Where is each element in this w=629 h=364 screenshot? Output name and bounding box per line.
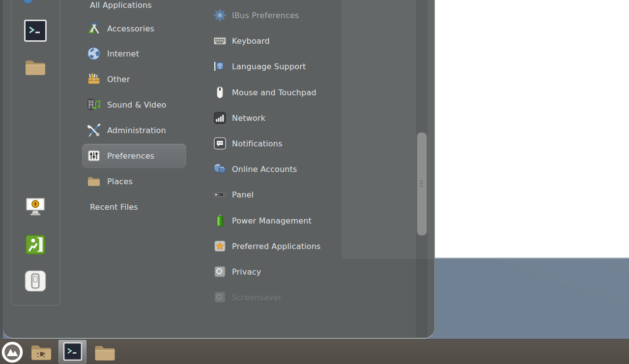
menu-item-label: Power Management bbox=[232, 216, 312, 225]
taskbar-folder-window[interactable] bbox=[30, 342, 53, 362]
sound-video-icon bbox=[87, 98, 101, 112]
background-window bbox=[435, 0, 629, 258]
scrollbar-grip-icon bbox=[420, 181, 423, 187]
category-label: Places bbox=[107, 177, 133, 186]
ibus-icon bbox=[213, 9, 227, 22]
menu-item-label: Language Support bbox=[232, 62, 306, 71]
folder-icon bbox=[24, 57, 47, 77]
terminal-icon bbox=[24, 19, 47, 43]
category-places[interactable]: Places bbox=[82, 169, 186, 194]
sidebar-button-app-partial-top-1[interactable] bbox=[23, 0, 33, 4]
category-accessories[interactable]: Accessories bbox=[82, 17, 186, 41]
administration-icon bbox=[87, 123, 101, 137]
menu-item-label: Online Accounts bbox=[232, 165, 297, 174]
menu-item-label: Screensaver bbox=[232, 293, 282, 302]
menu-item-screensaver[interactable]: Screensaver bbox=[209, 285, 343, 309]
menu-item-label: Keyboard bbox=[232, 36, 270, 46]
sidebar-button-files[interactable] bbox=[24, 57, 47, 77]
category-preferences[interactable]: Preferences bbox=[82, 144, 186, 168]
sidebar-button-app-partial-top-2[interactable] bbox=[36, 0, 48, 5]
taskbar-menu-button[interactable] bbox=[1, 341, 23, 363]
taskbar-terminal-window[interactable] bbox=[58, 339, 87, 364]
menu-item-label: Privacy bbox=[232, 267, 261, 277]
menu-item-notifications[interactable]: Notifications bbox=[209, 132, 343, 155]
notifications-icon bbox=[213, 137, 227, 150]
network-icon bbox=[213, 112, 227, 125]
places-icon bbox=[87, 174, 101, 188]
category-label: Preferences bbox=[107, 151, 154, 161]
menu-item-ibus-preferences[interactable]: IBus Preferences bbox=[209, 3, 343, 27]
menu-item-privacy[interactable]: Privacy bbox=[209, 260, 343, 283]
menu-item-online-accounts[interactable]: Online Accounts bbox=[209, 157, 343, 181]
taskbar bbox=[0, 339, 629, 364]
lockscreen-icon bbox=[24, 196, 47, 218]
online-accounts-icon bbox=[213, 163, 227, 176]
menu-item-language-support[interactable]: Language Support bbox=[209, 55, 343, 78]
category-internet[interactable]: Internet bbox=[82, 42, 186, 66]
menu-item-panel[interactable]: Panel bbox=[209, 183, 343, 206]
sidebar-button-lock-screen[interactable] bbox=[24, 196, 47, 218]
menu-item-label: Network bbox=[232, 113, 265, 123]
accessories-icon bbox=[87, 22, 101, 35]
menu-item-power-management[interactable]: Power Management bbox=[209, 209, 343, 232]
sidebar-button-shutdown[interactable] bbox=[24, 270, 47, 292]
category-label: Accessories bbox=[107, 24, 154, 33]
mint-logo-icon bbox=[1, 341, 23, 363]
sidebar-button-terminal[interactable] bbox=[24, 19, 47, 43]
category-administration[interactable]: Administration bbox=[82, 118, 186, 142]
sphere-partial-icon bbox=[23, 0, 33, 4]
language-icon bbox=[213, 60, 227, 73]
menu-item-label: IBus Preferences bbox=[232, 11, 299, 20]
applications-menu: All ApplicationsAccessoriesInternetOther… bbox=[3, 0, 435, 339]
menu-item-label: Mouse and Touchpad bbox=[232, 88, 316, 97]
menu-item-label: Panel bbox=[232, 190, 254, 199]
keyboard-icon bbox=[213, 34, 227, 48]
screen: All ApplicationsAccessoriesInternetOther… bbox=[0, 0, 629, 364]
category-other[interactable]: Other bbox=[82, 67, 186, 91]
category-label: Internet bbox=[107, 49, 139, 58]
menu-sidebar bbox=[11, 0, 60, 306]
category-all-applications[interactable]: All Applications bbox=[82, 0, 186, 17]
power-icon bbox=[213, 214, 227, 227]
privacy-icon bbox=[213, 265, 227, 279]
category-label: Sound & Video bbox=[107, 100, 166, 110]
category-label: Other bbox=[107, 75, 130, 84]
menu-item-keyboard[interactable]: Keyboard bbox=[209, 29, 343, 53]
menu-item-network[interactable]: Network bbox=[209, 106, 343, 130]
menu-item-mouse-touchpad[interactable]: Mouse and Touchpad bbox=[209, 81, 343, 104]
logout-icon bbox=[25, 234, 46, 255]
folder-icon bbox=[93, 343, 116, 363]
mouse-icon bbox=[213, 86, 227, 99]
sidebar-button-logout[interactable] bbox=[25, 234, 46, 255]
category-label: Recent Files bbox=[90, 202, 138, 212]
preferences-icon bbox=[87, 149, 101, 163]
menu-item-label: Preferred Applications bbox=[232, 242, 321, 251]
shutdown-icon bbox=[24, 270, 47, 292]
terminal-icon bbox=[63, 342, 83, 362]
category-sound-video[interactable]: Sound & Video bbox=[82, 93, 186, 117]
category-label: All Applications bbox=[90, 0, 152, 10]
taskbar-folder-window-2[interactable] bbox=[93, 343, 116, 363]
menu-item-label: Notifications bbox=[232, 139, 283, 148]
other-icon bbox=[87, 72, 101, 86]
menu-item-preferred-applications[interactable]: Preferred Applications bbox=[209, 234, 343, 258]
screensaver-icon bbox=[213, 291, 227, 304]
internet-icon bbox=[87, 47, 101, 60]
category-recent-files[interactable]: Recent Files bbox=[82, 195, 186, 219]
category-label: Administration bbox=[107, 126, 166, 135]
scrollbar-thumb[interactable] bbox=[417, 132, 427, 236]
folder-badge-icon bbox=[30, 342, 53, 362]
panel-icon bbox=[213, 188, 227, 201]
claw-partial-icon bbox=[36, 0, 48, 5]
preferred-apps-icon bbox=[213, 240, 227, 253]
